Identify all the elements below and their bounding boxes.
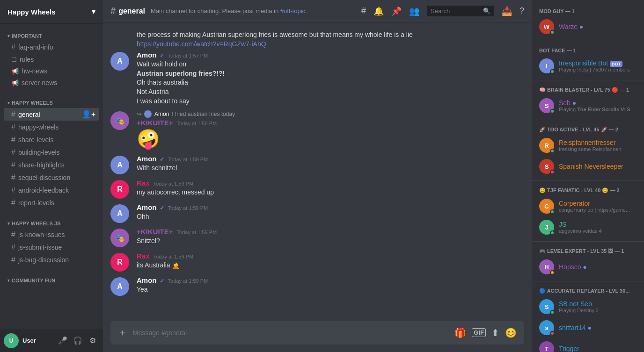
member-corperator[interactable]: C Corperator conga hurry up | https://ga… [535,196,640,216]
channel-item-hw-news[interactable]: 📢 hw-news [4,65,99,77]
member-js[interactable]: J JS apgavimo veidas 4 [535,217,640,237]
message-header: +KIKUITE+ Today at 1:58 PM [137,119,524,127]
member-warze[interactable]: W Warze ● [535,16,640,37]
member-spanish-neversleeper[interactable]: S Spanish Neversleeper [535,156,640,177]
member-avatar: S [539,98,554,113]
member-activity: Playing !help | 75007 members [559,67,637,72]
member-name: shitfart14 ● [559,324,637,331]
message-author: +KIKUITE+ [137,119,173,127]
members-section-tjf-fanatic: 😊 TJF FANATIC - LVL 40 😊 — 2 [532,185,644,195]
channel-item-android-feedback[interactable]: # android-feedback [4,184,99,196]
off-topic-link[interactable]: #off-topic. [280,7,307,14]
channel-item-faq-and-info[interactable]: # faq-and-info [4,41,99,53]
verify-icon: ✓ [160,278,164,284]
message-content: Rax Today at 1:59 PM my autocorrect mess… [137,179,524,199]
member-seb[interactable]: S Seb ● Playing The Elder Scrolls V: Sk.… [535,95,640,116]
chat-input-area: ＋ 🎁 GIF ⬆ 😊 [103,321,532,352]
reply-text: I fried austrian fries today [172,111,235,117]
user-controls: 🎤 🎧 ⚙ [56,334,99,347]
member-irresponsible-bot[interactable]: I Irresponsible Bot BOT Playing !help | … [535,56,640,76]
member-info: JS apgavimo veidas 4 [559,221,637,234]
member-info: Spanish Neversleeper [559,163,637,170]
help-icon[interactable]: ? [520,6,524,16]
member-info: Reispfannenfresser fressing some Reispfa… [559,139,637,152]
section-important: ▾ Important # faq-and-info ☐ rules 📢 hw-… [0,24,103,91]
message-author: Rax [137,179,150,187]
members-section-too-active: 🚀 TOO ACTIVE - LVL 45 🚀 — 2 [532,124,644,135]
channel-item-happy-wheels[interactable]: # happy-wheels [4,121,99,133]
section-header-community-fun[interactable]: ▾ Community Fun [0,276,103,285]
members-section-brain-blaster: 🧠 BRAIN BLASTER - LVL 75 🔴 — 1 [532,84,644,95]
members-divider [532,241,644,242]
status-online-indicator [550,69,555,74]
gif-icon[interactable]: GIF [472,328,486,337]
message-input[interactable] [133,329,449,337]
channel-item-js-bug-discussion[interactable]: # js-bug-discussion [4,254,99,266]
message-group: A Amon ✓ Today at 1:59 PM Yea [103,274,532,298]
header-icons: # 🔔 📌 👥 Search 🔍 📥 ? [361,6,524,16]
news-icon: 📢 [11,68,19,75]
members-icon[interactable]: 👥 [409,6,419,16]
section-header-hw-js[interactable]: ▾ Happy Wheels JS [0,219,103,228]
section-header-important[interactable]: ▾ Important [0,31,103,41]
member-name: SB not Seb [559,300,637,308]
message-text: Not Austria [137,87,524,97]
member-reispfannenfresser[interactable]: R Reispfannenfresser fressing some Reisp… [535,135,640,156]
bell-icon[interactable]: 🔔 [373,6,384,16]
server-header[interactable]: Happy Wheels ▾ [0,0,103,24]
channel-item-sequel-discussion[interactable]: # sequel-discussion [4,172,99,184]
pin-icon[interactable]: 📌 [391,6,402,16]
members-divider [532,281,644,281]
upload-icon[interactable]: ⬆ [491,327,499,338]
current-user-name: User [22,337,36,344]
message-content: ↪ Amon I fried austrian fries today +KIK… [137,110,524,150]
search-box[interactable]: Search 🔍 [427,6,494,16]
emoji-icon[interactable]: 😊 [505,327,517,338]
gift-icon[interactable]: 🎁 [454,327,466,338]
message-text: 🤪 [137,128,524,150]
hash-icon: # [11,161,15,169]
message-content: Amon ✓ Today at 1:59 PM With schnitzel [137,155,524,174]
channel-item-js-submit-issue[interactable]: # js-submit-issue [4,241,99,253]
message-timestamp: Today at 1:59 PM [168,205,208,211]
channel-item-general[interactable]: # general 👤+ [4,108,99,121]
member-shitfart14[interactable]: s shitfart14 ● [535,317,640,338]
mute-button[interactable]: 🎤 [56,334,69,347]
member-info: Trigger [559,345,637,352]
chevron-down-icon: ▾ [92,7,95,16]
section-header-happy-wheels[interactable]: ▾ Happy Wheels [0,98,103,108]
status-dnd-indicator [550,170,555,174]
add-file-icon[interactable]: ＋ [118,326,127,339]
message-header: Amon ✓ Today at 1:59 PM [137,155,524,163]
channel-item-server-news[interactable]: 📢 server-news [4,77,99,88]
members-divider [532,80,644,80]
channel-item-share-levels[interactable]: # share-levels [4,134,99,146]
hashtag-icon[interactable]: # [361,6,366,16]
channel-item-rules[interactable]: ☐ rules [4,54,99,65]
settings-button[interactable]: ⚙ [86,334,99,347]
message-author: +KIKUITE+ [137,228,173,236]
message-content: Amon ✓ Today at 1:57 PM Wait wait hold o… [137,51,524,106]
rules-icon: ☐ [11,56,17,63]
channel-item-building-levels[interactable]: # building-levels [4,146,99,158]
member-sb-not-seb[interactable]: S SB not Seb Playing Destiny 2 [535,296,640,317]
channel-item-report-levels[interactable]: # report-levels [4,197,99,209]
channel-item-js-known-issues[interactable]: # js-known-issues [4,229,99,241]
message-text: my autocorrect messed up [137,188,524,197]
youtube-link[interactable]: https://youtube.com/watch?v=RqGZw7-iAhQ [137,40,266,48]
inbox-icon[interactable]: 📥 [502,6,512,16]
add-member-icon[interactable]: 👤+ [82,110,95,119]
channel-item-share-highlights[interactable]: # share-highlights [4,159,99,171]
deafen-button[interactable]: 🎧 [71,334,84,347]
member-info: Corperator conga hurry up | https://game… [559,200,637,213]
members-section-level-expert: 🎮 LEVEL EXPERT - LVL 35 🖼 — 1 [532,245,644,256]
channel-name: # general [110,6,145,16]
reply-preview: ↪ Amon I fried austrian fries today [137,110,524,118]
member-avatar: I [539,58,554,73]
member-trigger[interactable]: T Trigger [535,338,640,352]
message-header: Amon ✓ Today at 1:57 PM [137,51,524,59]
member-name: Spanish Neversleeper [559,163,637,170]
member-hopsco[interactable]: H Hopsco ● [535,257,640,277]
member-info: Warze ● [559,23,637,30]
members-sidebar: MOD GUY — 1 W Warze ● BOT FACE — 1 I Irr… [532,0,644,352]
